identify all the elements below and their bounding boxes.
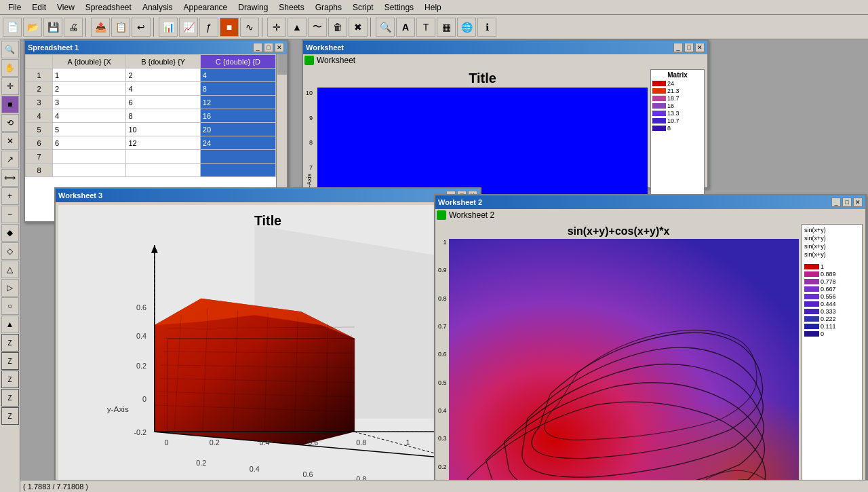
toolbar-text-t[interactable]: T: [416, 18, 435, 37]
cell-1a[interactable]: 1: [53, 69, 126, 82]
toolbar-text-bold[interactable]: A: [396, 18, 415, 37]
cell-6b[interactable]: 12: [126, 136, 200, 150]
cell-7b[interactable]: [126, 150, 200, 164]
toolbar-undo[interactable]: ↩: [132, 18, 151, 37]
menu-script[interactable]: Script: [347, 1, 379, 14]
toolbar-open[interactable]: 📂: [23, 18, 42, 37]
tool-circle[interactable]: ○: [1, 297, 19, 315]
toolbar-arrow[interactable]: ▲: [288, 18, 307, 37]
legend-label-2: sin(x+y): [804, 243, 860, 250]
toolbar-clear[interactable]: ✖: [349, 18, 368, 37]
menu-analysis[interactable]: Analysis: [137, 1, 178, 14]
toolbar-print[interactable]: 🖨: [64, 18, 83, 37]
toolbar-wave[interactable]: 〜: [308, 18, 327, 37]
toolbar-sep4: [370, 18, 373, 37]
cell-5a[interactable]: 5: [53, 123, 126, 136]
tool-hand[interactable]: ✋: [1, 59, 19, 77]
menu-settings[interactable]: Settings: [379, 1, 419, 14]
cell-1c[interactable]: 4: [200, 69, 275, 82]
cell-2a[interactable]: 2: [53, 82, 126, 96]
toolbar-chart[interactable]: 📊: [159, 18, 178, 37]
worksheet2-maximize[interactable]: □: [842, 197, 852, 207]
spreadsheet-titlebar[interactable]: Spreadsheet 1 _ □ ✕: [25, 41, 287, 54]
tool-sub[interactable]: −: [1, 206, 19, 223]
tool-arrow-ne[interactable]: ↗: [1, 151, 19, 168]
cell-5c[interactable]: 20: [200, 123, 275, 136]
cell-4a[interactable]: 4: [53, 109, 126, 123]
toolbar-color[interactable]: ■: [220, 18, 239, 37]
cell-7a[interactable]: [53, 150, 126, 164]
tool-rotate[interactable]: ⟲: [1, 114, 19, 132]
tool-rect[interactable]: ■: [1, 96, 19, 113]
cell-3b[interactable]: 6: [126, 96, 200, 109]
tool-z5[interactable]: Z: [1, 407, 19, 425]
tool-add[interactable]: +: [1, 187, 19, 205]
cell-7c[interactable]: [200, 150, 275, 164]
worksheet2-minimize[interactable]: _: [831, 197, 841, 207]
toolbar-plot[interactable]: ∿: [240, 18, 259, 37]
worksheet1-close[interactable]: ✕: [695, 43, 705, 52]
legend-row-1: 1: [804, 263, 860, 270]
toolbar-world[interactable]: 🌐: [457, 18, 476, 37]
tool-diamond[interactable]: ◆: [1, 224, 19, 242]
spreadsheet-minimize[interactable]: _: [253, 43, 262, 52]
cell-5b[interactable]: 10: [126, 123, 200, 136]
toolbar-delete[interactable]: 🗑: [328, 18, 347, 37]
worksheet2-close[interactable]: ✕: [853, 197, 863, 207]
tool-z2[interactable]: Z: [1, 352, 19, 370]
toolbar-info[interactable]: ℹ: [477, 18, 496, 37]
worksheet1-titlebar[interactable]: Worksheet _ □ ✕: [303, 41, 707, 54]
menu-spreadsheet[interactable]: Spreadsheet: [80, 1, 137, 14]
cell-3a[interactable]: 3: [53, 96, 126, 109]
cell-8c[interactable]: [200, 164, 275, 177]
menu-appearance[interactable]: Appearance: [178, 1, 233, 14]
col-b-header[interactable]: B {double} {Y: [126, 55, 200, 69]
tool-diamond-outline[interactable]: ◇: [1, 242, 19, 260]
cell-4c[interactable]: 16: [200, 109, 275, 123]
toolbar-crosshair[interactable]: ✛: [267, 18, 286, 37]
tool-z1[interactable]: Z: [1, 334, 19, 352]
cell-4b[interactable]: 8: [126, 109, 200, 123]
tool-x[interactable]: ✕: [1, 132, 19, 150]
col-c-header[interactable]: C {double} {D: [200, 55, 275, 69]
cell-8b[interactable]: [126, 164, 200, 177]
cell-1b[interactable]: 2: [126, 69, 200, 82]
menu-graphs[interactable]: Graphs: [310, 1, 347, 14]
tool-pointer[interactable]: 🔍: [1, 41, 19, 58]
toolbar-import[interactable]: 📋: [111, 18, 130, 37]
tool-cross[interactable]: ✛: [1, 77, 19, 95]
cell-6c[interactable]: 24: [200, 136, 275, 150]
tool-z4[interactable]: Z: [1, 389, 19, 406]
worksheet3-titlebar[interactable]: Worksheet 3 _ □ ✕: [56, 189, 480, 202]
tool-right-tri[interactable]: ▷: [1, 279, 19, 297]
tool-z3[interactable]: Z: [1, 371, 19, 388]
cell-8a[interactable]: [53, 164, 126, 177]
tool-filled-tri[interactable]: ▲: [1, 316, 19, 333]
toolbar-new[interactable]: 📄: [3, 18, 22, 37]
menu-help[interactable]: Help: [419, 1, 447, 14]
cell-6a[interactable]: 6: [53, 136, 126, 150]
worksheet1-minimize[interactable]: _: [673, 43, 683, 52]
toolbar-export[interactable]: 📤: [91, 18, 110, 37]
col-a-header[interactable]: A {double} {X: [53, 55, 126, 69]
cell-2c[interactable]: 8: [200, 82, 275, 96]
menu-view[interactable]: View: [52, 1, 80, 14]
menu-file[interactable]: File: [3, 1, 26, 14]
cell-3c[interactable]: 12: [200, 96, 275, 109]
spreadsheet-maximize[interactable]: □: [264, 43, 273, 52]
scrollbar-thumb[interactable]: [277, 54, 287, 75]
toolbar-graph[interactable]: 📈: [179, 18, 198, 37]
menu-edit[interactable]: Edit: [26, 1, 52, 14]
menu-sheets[interactable]: Sheets: [273, 1, 309, 14]
toolbar-func[interactable]: ƒ: [199, 18, 218, 37]
cell-2b[interactable]: 4: [126, 82, 200, 96]
toolbar-table[interactable]: ▦: [437, 18, 456, 37]
spreadsheet-close[interactable]: ✕: [275, 43, 284, 52]
worksheet1-maximize[interactable]: □: [684, 43, 694, 52]
tool-triangle[interactable]: △: [1, 261, 19, 278]
toolbar-save[interactable]: 💾: [43, 18, 62, 37]
toolbar-zoom[interactable]: 🔍: [376, 18, 395, 37]
tool-expand[interactable]: ⟺: [1, 169, 19, 187]
worksheet2-titlebar[interactable]: Worksheet 2 _ □ ✕: [435, 195, 865, 209]
menu-drawing[interactable]: Drawing: [233, 1, 273, 14]
